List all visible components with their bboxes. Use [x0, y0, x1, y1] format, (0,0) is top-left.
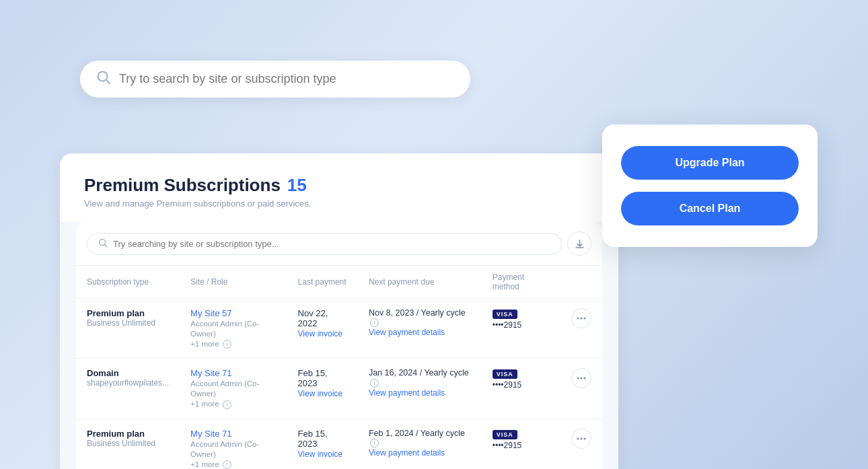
- site-link-2[interactable]: My Site 71: [190, 429, 231, 439]
- table-row: Domain shapeyourflowpilates... My Site 7…: [76, 359, 602, 419]
- main-panel: Premium Subscriptions 15 View and manage…: [60, 153, 618, 469]
- svg-point-10: [577, 437, 579, 439]
- cancel-plan-button[interactable]: Cancel Plan: [621, 192, 799, 225]
- site-link-1[interactable]: My Site 71: [190, 368, 231, 378]
- more-link-1: +1 more i: [190, 400, 231, 408]
- svg-point-12: [584, 437, 586, 439]
- action-card: Upgrade Plan Cancel Plan: [602, 124, 818, 247]
- next-info-icon-2: i: [370, 439, 379, 447]
- col-payment-method: Payment method: [482, 266, 560, 299]
- next-info-icon-0: i: [370, 318, 379, 327]
- cell-last-payment-1: Feb 15, 2023 View invoice: [287, 359, 358, 419]
- site-link-0[interactable]: My Site 57: [190, 308, 231, 318]
- next-payment-date-2: Feb 1, 2024 / Yearly cycle i: [369, 429, 471, 447]
- col-last-payment: Last payment: [287, 266, 358, 299]
- card-dots-2: ••••2915: [493, 440, 522, 449]
- cell-sub-type-1: Domain shapeyourflowpilates...: [76, 359, 180, 419]
- sub-type-main-2: Premium plan: [87, 429, 169, 439]
- visa-badge-1: VISA: [493, 369, 517, 379]
- svg-point-4: [577, 318, 579, 320]
- col-actions: [560, 266, 602, 299]
- panel-title-text: Premium Subscriptions: [84, 175, 281, 196]
- next-info-icon-1: i: [370, 379, 379, 388]
- cell-payment-method-1: VISA ••••2915: [482, 359, 560, 419]
- search-input[interactable]: [119, 72, 454, 86]
- cell-next-payment-1: Jan 16, 2024 / Yearly cycle i View payme…: [358, 359, 482, 419]
- visa-badge-2: VISA: [493, 430, 517, 439]
- cell-site-role-0: My Site 57 Account Admin (Co-Owner) +1 m…: [180, 299, 287, 359]
- panel-header: Premium Subscriptions 15 View and manage…: [60, 153, 618, 222]
- info-icon-0: i: [223, 340, 231, 349]
- table-container: Subscription type Site / Role Last payme…: [76, 222, 602, 469]
- next-payment-date-1: Jan 16, 2024 / Yearly cycle i: [369, 368, 471, 387]
- svg-point-6: [584, 318, 586, 320]
- upgrade-plan-button[interactable]: Upgrade Plan: [621, 146, 799, 180]
- svg-point-5: [581, 318, 583, 320]
- cell-sub-type-0: Premium plan Business Unlimited: [76, 299, 180, 359]
- sub-type-sub-2: Business Unlimited: [87, 439, 169, 448]
- search-bar-container: [80, 61, 470, 98]
- more-dots-button-1[interactable]: [571, 368, 591, 388]
- view-invoice-link-2[interactable]: View invoice: [298, 449, 342, 459]
- table-search-input[interactable]: [113, 239, 550, 249]
- col-next-payment: Next payment due: [358, 266, 482, 299]
- cell-payment-method-2: VISA ••••2915: [482, 419, 560, 469]
- svg-point-9: [584, 377, 586, 380]
- subscriptions-table: Subscription type Site / Role Last payme…: [76, 266, 602, 469]
- panel-title-count: 15: [287, 175, 307, 196]
- svg-line-3: [105, 244, 108, 247]
- view-invoice-link-1[interactable]: View invoice: [298, 389, 342, 398]
- svg-point-8: [581, 377, 583, 380]
- view-payment-link-1[interactable]: View payment details: [369, 388, 445, 398]
- last-payment-date-0: Nov 22, 2022: [298, 308, 347, 328]
- table-search-row: [76, 222, 602, 266]
- table-row: Premium plan Business Unlimited My Site …: [76, 419, 602, 469]
- search-icon: [96, 70, 111, 88]
- col-subscription-type: Subscription type: [76, 266, 180, 299]
- sub-type-main-1: Domain: [87, 368, 169, 378]
- svg-point-7: [577, 377, 579, 380]
- more-link-2: +1 more i: [190, 460, 231, 468]
- cell-last-payment-2: Feb 15, 2023 View invoice: [287, 419, 358, 469]
- site-role-2: Account Admin (Co-Owner): [190, 440, 259, 458]
- table-row: Premium plan Business Unlimited My Site …: [76, 299, 602, 359]
- next-payment-date-0: Nov 8, 2023 / Yearly cycle i: [369, 308, 471, 327]
- view-payment-link-0[interactable]: View payment details: [369, 328, 445, 337]
- last-payment-date-2: Feb 15, 2023: [298, 429, 347, 449]
- cell-next-payment-2: Feb 1, 2024 / Yearly cycle i View paymen…: [358, 419, 482, 469]
- search-bar: [80, 61, 470, 98]
- sub-type-sub-0: Business Unlimited: [87, 318, 169, 328]
- table-search-icon: [98, 238, 108, 250]
- cell-actions-1: [560, 359, 602, 419]
- more-dots-button-2[interactable]: [571, 429, 591, 449]
- panel-subtitle: View and manage Premium subscriptions or…: [84, 199, 594, 209]
- svg-point-11: [581, 437, 583, 439]
- col-site-role: Site / Role: [180, 266, 287, 299]
- cell-site-role-2: My Site 71 Account Admin (Co-Owner) +1 m…: [180, 419, 287, 469]
- last-payment-date-1: Feb 15, 2023: [298, 368, 347, 388]
- info-icon-2: i: [223, 460, 231, 469]
- site-role-0: Account Admin (Co-Owner): [190, 320, 259, 338]
- cell-next-payment-0: Nov 8, 2023 / Yearly cycle i View paymen…: [358, 299, 482, 359]
- view-payment-link-2[interactable]: View payment details: [369, 448, 445, 458]
- more-link-0: +1 more i: [190, 340, 231, 348]
- cell-actions-2: [560, 419, 602, 469]
- more-dots-button-0[interactable]: [571, 308, 591, 328]
- cell-sub-type-2: Premium plan Business Unlimited: [76, 419, 180, 469]
- table-search-inner: [87, 233, 562, 255]
- download-button[interactable]: [567, 231, 591, 256]
- panel-title: Premium Subscriptions 15: [84, 175, 594, 196]
- visa-badge-0: VISA: [493, 310, 517, 319]
- svg-line-1: [106, 80, 110, 84]
- cell-site-role-1: My Site 71 Account Admin (Co-Owner) +1 m…: [180, 359, 287, 419]
- view-invoice-link-0[interactable]: View invoice: [298, 329, 342, 338]
- site-role-1: Account Admin (Co-Owner): [190, 380, 259, 398]
- sub-type-main-0: Premium plan: [87, 308, 169, 318]
- cell-payment-method-0: VISA ••••2915: [482, 299, 560, 359]
- card-dots-1: ••••2915: [493, 380, 522, 390]
- cell-last-payment-0: Nov 22, 2022 View invoice: [287, 299, 358, 359]
- info-icon-1: i: [223, 400, 231, 409]
- cell-actions-0: [560, 299, 602, 359]
- sub-type-sub-1: shapeyourflowpilates...: [87, 378, 169, 388]
- card-dots-0: ••••2915: [493, 320, 522, 329]
